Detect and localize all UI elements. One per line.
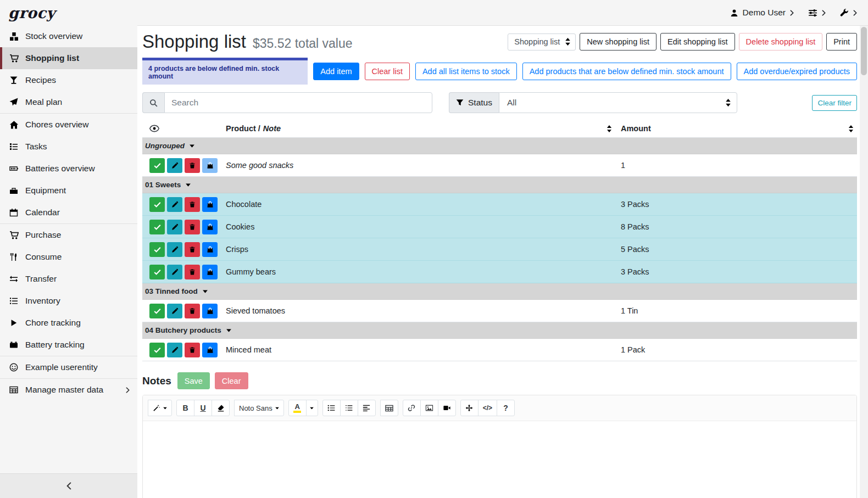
- add-overdue-button[interactable]: Add overdue/expired products: [737, 63, 857, 80]
- status-filter-select[interactable]: All: [499, 92, 737, 113]
- bold-button[interactable]: B: [176, 400, 194, 416]
- notes-editor-area[interactable]: [143, 421, 856, 498]
- total-value: $35.52 total value: [253, 36, 353, 51]
- ordered-list-button[interactable]: [340, 400, 358, 416]
- help-button[interactable]: ?: [497, 400, 515, 416]
- font-family-button[interactable]: Noto Sans: [234, 400, 284, 416]
- unordered-list-button[interactable]: [322, 400, 341, 416]
- search-input[interactable]: [164, 92, 432, 113]
- utensils-icon: [8, 253, 19, 261]
- edit-item-button[interactable]: [167, 220, 182, 234]
- sidebar-item-manage-master-data[interactable]: Manage master data: [0, 379, 137, 401]
- sidebar-item-recipes[interactable]: Recipes: [0, 69, 137, 91]
- mark-done-button[interactable]: [149, 220, 165, 234]
- notes-save-button[interactable]: Save: [177, 372, 210, 389]
- shopping-list-row: Cookies 8 Packs: [142, 216, 857, 238]
- edit-shopping-list-button[interactable]: Edit shopping list: [660, 33, 735, 51]
- sort-icon[interactable]: [607, 125, 612, 132]
- delete-item-button[interactable]: [185, 343, 200, 357]
- sidebar-item-calendar[interactable]: Calendar: [0, 202, 137, 223]
- chevron-right-icon: [126, 387, 137, 393]
- mark-done-button[interactable]: [149, 158, 165, 173]
- clear-list-button[interactable]: Clear list: [365, 63, 410, 80]
- alert-text: 4 products are below defined min. stock …: [142, 60, 308, 85]
- add-to-stock-button[interactable]: [202, 304, 218, 318]
- group-header-butchery-products[interactable]: 04 Butchery products: [142, 322, 857, 339]
- group-header-ungrouped[interactable]: Ungrouped: [142, 138, 857, 154]
- mark-done-button[interactable]: [149, 343, 165, 357]
- sidebar-item-stock-overview[interactable]: Stock overview: [0, 25, 137, 47]
- product-column-header[interactable]: Product /Note: [226, 124, 281, 133]
- insert-table-button[interactable]: [380, 400, 398, 416]
- edit-item-button[interactable]: [167, 304, 182, 318]
- sidebar-item-chores-overview[interactable]: Chores overview: [0, 114, 137, 136]
- style-magic-button[interactable]: [148, 400, 172, 416]
- mark-done-button[interactable]: [149, 265, 165, 279]
- clear-filter-button[interactable]: Clear filter: [812, 95, 857, 111]
- delete-shopping-list-button[interactable]: Delete shopping list: [739, 33, 823, 51]
- mark-done-button[interactable]: [149, 242, 165, 257]
- grocy-logo[interactable]: grocy: [0, 4, 137, 21]
- sidebar-item-purchase[interactable]: Purchase: [0, 224, 137, 246]
- sidebar-item-inventory[interactable]: Inventory: [0, 290, 137, 312]
- fullscreen-button[interactable]: [460, 400, 478, 416]
- sidebar-collapse-button[interactable]: [0, 473, 137, 498]
- delete-item-button[interactable]: [185, 265, 200, 279]
- scrollbar-thumb[interactable]: [861, 27, 867, 75]
- sidebar-item-example-userentity[interactable]: Example userentity: [0, 356, 137, 378]
- add-to-stock-button[interactable]: [202, 343, 218, 357]
- delete-item-button[interactable]: [185, 242, 200, 257]
- sidebar-item-equipment[interactable]: Equipment: [0, 180, 137, 202]
- sidebar-item-transfer[interactable]: Transfer: [0, 268, 137, 290]
- insert-image-button[interactable]: [420, 400, 438, 416]
- sidebar-item-batteries-overview[interactable]: Batteries overview: [0, 158, 137, 180]
- group-header-sweets[interactable]: 01 Sweets: [142, 177, 857, 193]
- notes-clear-button[interactable]: Clear: [215, 372, 248, 389]
- add-to-stock-button[interactable]: [202, 242, 218, 257]
- add-item-button[interactable]: Add item: [313, 63, 359, 80]
- settings-menu[interactable]: [808, 8, 826, 18]
- sidebar-item-chore-tracking[interactable]: Chore tracking: [0, 312, 137, 334]
- admin-menu[interactable]: [840, 8, 857, 17]
- paragraph-align-button[interactable]: [358, 400, 376, 416]
- code-view-button[interactable]: </>: [478, 400, 497, 416]
- font-color-dropdown-button[interactable]: [306, 400, 318, 416]
- add-all-to-stock-button[interactable]: Add all list items to stock: [415, 63, 517, 80]
- mark-done-button[interactable]: [149, 197, 165, 212]
- scrollbar[interactable]: [860, 26, 868, 498]
- eraser-button[interactable]: [212, 400, 230, 416]
- chevron-left-icon: [66, 482, 71, 490]
- print-button[interactable]: Print: [826, 33, 857, 51]
- add-to-stock-button[interactable]: [202, 197, 218, 212]
- delete-item-button[interactable]: [185, 197, 200, 212]
- add-below-min-stock-button[interactable]: Add products that are below defined min.…: [522, 63, 731, 80]
- sidebar-item-shopping-list[interactable]: Shopping list: [0, 47, 137, 69]
- shopping-list-select[interactable]: Shopping list: [508, 33, 576, 51]
- new-shopping-list-button[interactable]: New shopping list: [580, 33, 656, 51]
- delete-item-button[interactable]: [185, 158, 200, 173]
- edit-item-button[interactable]: [167, 158, 182, 173]
- sidebar-item-tasks[interactable]: Tasks: [0, 136, 137, 158]
- delete-item-button[interactable]: [185, 220, 200, 234]
- edit-item-button[interactable]: [167, 265, 182, 279]
- sidebar-item-consume[interactable]: Consume: [0, 246, 137, 268]
- insert-link-button[interactable]: [403, 400, 421, 416]
- edit-item-button[interactable]: [167, 343, 182, 357]
- mark-done-button[interactable]: [149, 304, 165, 318]
- edit-item-button[interactable]: [167, 242, 182, 257]
- insert-video-button[interactable]: [438, 400, 456, 416]
- eye-icon[interactable]: [149, 124, 159, 133]
- sidebar-item-battery-tracking[interactable]: Battery tracking: [0, 334, 137, 356]
- add-to-stock-button[interactable]: [202, 158, 218, 173]
- sidebar-item-meal-plan[interactable]: Meal plan: [0, 91, 137, 113]
- delete-item-button[interactable]: [185, 304, 200, 318]
- font-color-button[interactable]: A: [288, 400, 307, 416]
- underline-button[interactable]: U: [194, 400, 212, 416]
- add-to-stock-button[interactable]: [202, 265, 218, 279]
- group-header-tinned-food[interactable]: 03 Tinned food: [142, 283, 857, 300]
- sort-icon[interactable]: [848, 125, 854, 132]
- edit-item-button[interactable]: [167, 197, 182, 212]
- add-to-stock-button[interactable]: [202, 220, 218, 234]
- user-menu[interactable]: Demo User: [730, 8, 794, 18]
- amount-column-header[interactable]: Amount: [621, 124, 651, 133]
